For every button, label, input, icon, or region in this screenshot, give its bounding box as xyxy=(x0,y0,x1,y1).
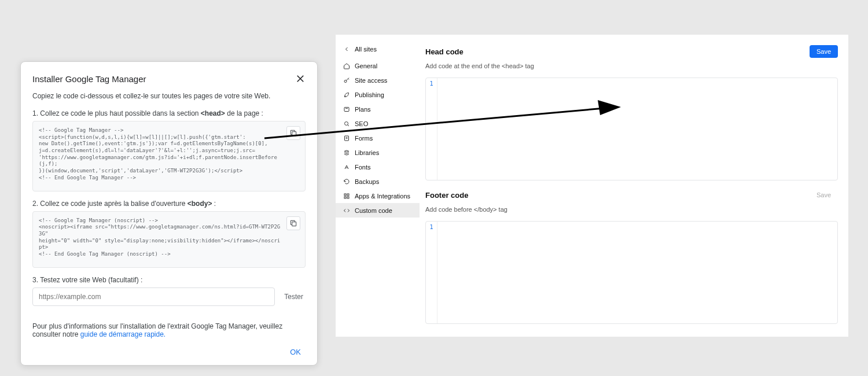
head-code-title: Head code xyxy=(425,47,464,56)
sidebar-item-forms[interactable]: Forms xyxy=(336,131,420,145)
info-text: Pour plus d'informations sur l'installat… xyxy=(32,322,306,338)
svg-rect-7 xyxy=(347,194,349,196)
stack-icon xyxy=(343,149,350,156)
step-3-label: 3. Testez votre site Web (facultatif) : xyxy=(32,276,306,284)
search-icon xyxy=(343,120,350,127)
fonts-icon xyxy=(343,163,350,171)
site-settings-panel: All sites General Site access Publishing… xyxy=(336,35,848,337)
quickstart-link[interactable]: guide de démarrage rapide. xyxy=(80,330,165,338)
svg-rect-6 xyxy=(344,194,346,196)
svg-point-4 xyxy=(344,121,348,125)
sidebar-item-backups[interactable]: Backups xyxy=(336,174,420,189)
head-code-header: Head code Save xyxy=(425,45,838,58)
svg-rect-9 xyxy=(347,197,349,198)
svg-rect-1 xyxy=(292,222,296,226)
ok-button[interactable]: OK xyxy=(285,344,306,360)
tester-button[interactable]: Tester xyxy=(282,289,306,304)
settings-sidebar: All sites General Site access Publishing… xyxy=(336,35,420,337)
head-code-snippet: <!-- Google Tag Manager --> <script>(fun… xyxy=(32,121,306,191)
sidebar-item-apps[interactable]: Apps & Integrations xyxy=(336,189,420,203)
modal-header: Installer Google Tag Manager xyxy=(32,73,306,84)
code-text[interactable]: <!-- Google Tag Manager --> <script>(fun… xyxy=(39,127,282,182)
footer-code-header: Footer code Save xyxy=(425,189,838,201)
footer-code-subtitle: Add code before </body> tag xyxy=(425,206,838,213)
body-code-snippet: <!-- Google Tag Manager (noscript) --> <… xyxy=(32,211,306,268)
modal-title: Installer Google Tag Manager xyxy=(32,74,146,84)
modal-footer: OK xyxy=(32,346,306,357)
test-row: Tester xyxy=(32,287,306,306)
code-icon xyxy=(343,207,350,214)
copy-icon[interactable] xyxy=(286,126,300,140)
footer-code-editor[interactable]: 1 xyxy=(425,221,838,324)
gtm-install-modal: Installer Google Tag Manager Copiez le c… xyxy=(20,61,318,366)
close-icon[interactable] xyxy=(295,73,306,84)
sidebar-item-site-access[interactable]: Site access xyxy=(336,73,420,87)
back-all-sites[interactable]: All sites xyxy=(336,42,420,58)
copy-icon[interactable] xyxy=(286,216,300,230)
home-icon xyxy=(343,62,350,69)
rocket-icon xyxy=(343,91,350,98)
head-code-subtitle: Add code at the end of the <head> tag xyxy=(425,62,838,69)
line-gutter: 1 xyxy=(426,222,437,323)
sidebar-item-libraries[interactable]: Libraries xyxy=(336,145,420,160)
step-2-label: 2. Collez ce code juste après la balise … xyxy=(32,200,306,208)
sidebar-item-general[interactable]: General xyxy=(336,58,420,73)
line-gutter: 1 xyxy=(426,78,437,180)
svg-rect-3 xyxy=(344,107,349,111)
custom-code-content: Head code Save Add code at the end of th… xyxy=(420,35,848,337)
footer-code-title: Footer code xyxy=(425,191,468,200)
modal-description: Copiez le code ci-dessous et collez-le s… xyxy=(32,92,306,100)
head-code-editor[interactable]: 1 xyxy=(425,78,838,180)
save-head-button[interactable]: Save xyxy=(810,45,838,58)
sidebar-item-seo[interactable]: SEO xyxy=(336,116,420,131)
forms-icon xyxy=(343,134,350,142)
test-url-input[interactable] xyxy=(32,287,275,306)
code-text[interactable]: <!-- Google Tag Manager (noscript) --> <… xyxy=(39,218,282,258)
grid-icon xyxy=(343,192,350,200)
step-1-label: 1. Collez ce code le plus haut possible … xyxy=(32,109,306,117)
arrow-left-icon xyxy=(343,45,350,53)
backup-icon xyxy=(343,178,350,185)
svg-point-2 xyxy=(344,80,347,82)
key-icon xyxy=(343,76,350,84)
svg-rect-0 xyxy=(292,132,296,136)
svg-rect-8 xyxy=(344,197,346,198)
save-footer-button[interactable]: Save xyxy=(810,189,838,201)
sidebar-item-fonts[interactable]: Fonts xyxy=(336,160,420,174)
sidebar-item-plans[interactable]: Plans xyxy=(336,102,420,116)
sidebar-item-custom-code[interactable]: Custom code xyxy=(336,203,420,218)
plans-icon xyxy=(343,105,350,113)
sidebar-item-publishing[interactable]: Publishing xyxy=(336,87,420,102)
